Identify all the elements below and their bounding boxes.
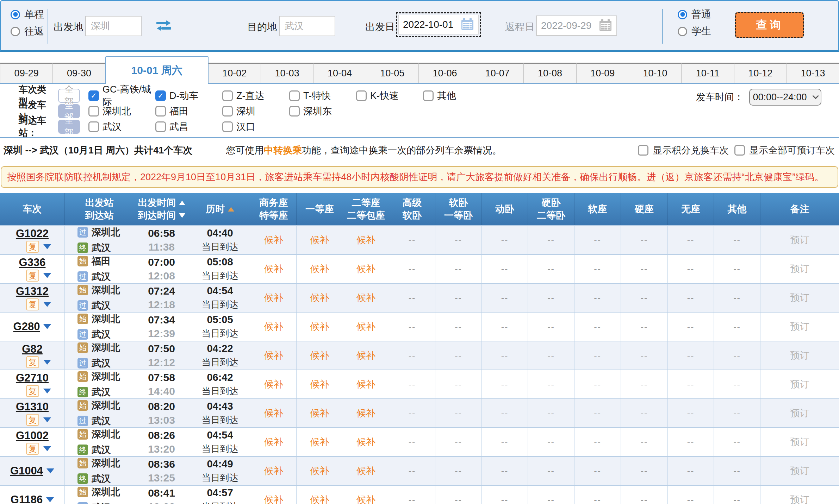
one-way-radio[interactable]: 单程 [11,8,44,21]
date-tab[interactable]: 09-30 [52,63,105,83]
expand-triangle-icon[interactable] [43,244,51,249]
waitlist-link[interactable]: 候补 [310,493,329,504]
train-number-link[interactable]: G1186 [11,493,43,504]
show-points-checkbox[interactable]: 显示积分兑换车次 [638,144,729,157]
expand-triangle-icon[interactable] [46,468,54,473]
swap-cities-icon[interactable] [156,19,172,34]
waitlist-link[interactable]: 候补 [310,349,329,362]
filter-checkbox[interactable]: T-特快 [289,89,356,102]
waitlist-link[interactable]: 候补 [356,291,375,304]
book-button[interactable]: 预订 [790,263,809,275]
train-number-link[interactable]: G1312 [16,285,49,298]
book-button[interactable]: 预订 [790,436,809,448]
waitlist-link[interactable]: 候补 [356,407,375,420]
depart-time-select[interactable]: 00:00--24:00 [749,89,821,106]
filter-checkbox[interactable]: 深圳东 [289,105,356,118]
expand-triangle-icon[interactable] [43,324,51,329]
waitlist-link[interactable]: 候补 [264,320,283,333]
waitlist-link[interactable]: 候补 [264,378,283,391]
date-tab[interactable]: 10-04 [313,63,366,83]
column-header[interactable]: 历时 [189,193,251,225]
date-tab[interactable]: 10-11 [681,63,734,83]
query-button[interactable]: 查询 [735,12,804,38]
date-tab[interactable]: 10-10 [629,63,682,83]
to-city-input[interactable] [279,16,335,36]
date-tab-active[interactable]: 10-01 周六 [105,56,209,84]
book-button[interactable]: 预订 [790,407,809,420]
book-button[interactable]: 预订 [790,291,809,304]
filter-checkbox[interactable]: 武昌 [155,120,222,133]
train-number-link[interactable]: G1002 [16,429,49,442]
transfer-link[interactable]: 中转换乘 [264,145,302,156]
waitlist-link[interactable]: 候补 [310,378,329,391]
book-button[interactable]: 预订 [790,349,809,362]
book-button[interactable]: 预订 [790,493,809,504]
date-tab[interactable]: 10-07 [471,63,524,83]
waitlist-link[interactable]: 候补 [356,436,375,448]
waitlist-link[interactable]: 候补 [264,493,283,504]
filter-checkbox[interactable]: 深圳 [222,105,289,118]
waitlist-link[interactable]: 候补 [356,493,375,504]
waitlist-link[interactable]: 候补 [264,465,283,477]
expand-triangle-icon[interactable] [43,302,51,307]
train-number-link[interactable]: G2710 [16,372,49,384]
waitlist-link[interactable]: 候补 [356,378,375,391]
date-tab[interactable]: 10-03 [261,63,313,83]
date-tab[interactable]: 09-29 [0,63,53,83]
train-number-link[interactable]: G82 [22,343,43,355]
expand-triangle-icon[interactable] [43,360,51,365]
date-tab[interactable]: 10-08 [523,63,576,83]
filter-checkbox[interactable]: ✓D-动车 [155,89,222,102]
filter-checkbox[interactable]: 汉口 [222,120,289,133]
train-number-link[interactable]: G336 [19,256,46,269]
waitlist-link[interactable]: 候补 [310,436,329,448]
column-header[interactable]: 出发时间到达时间 [134,193,189,225]
waitlist-link[interactable]: 候补 [264,234,283,246]
filter-checkbox[interactable]: 深圳北 [88,105,155,118]
expand-triangle-icon[interactable] [43,446,51,451]
date-tab[interactable]: 10-13 [787,63,839,83]
date-tab[interactable]: 10-12 [734,63,787,83]
book-button[interactable]: 预订 [790,465,809,477]
show-all-bookable-checkbox[interactable]: 显示全部可预订车次 [734,144,835,157]
filter-all-button[interactable]: 全部 [58,120,80,134]
waitlist-link[interactable]: 候补 [310,407,329,420]
expand-triangle-icon[interactable] [43,273,51,278]
from-city-input[interactable] [85,16,142,36]
train-number-link[interactable]: G1022 [16,227,49,240]
train-number-link[interactable]: G1310 [16,401,49,413]
book-button[interactable]: 预订 [790,320,809,333]
expand-triangle-icon[interactable] [43,417,51,422]
book-button[interactable]: 预订 [790,234,809,246]
normal-ticket-radio[interactable]: 普通 [678,8,711,21]
train-number-link[interactable]: G280 [13,320,40,333]
return-date-picker[interactable]: 2022-09-29 [536,15,617,36]
waitlist-link[interactable]: 候补 [310,263,329,275]
waitlist-link[interactable]: 候补 [356,349,375,362]
waitlist-link[interactable]: 候补 [310,320,329,333]
filter-checkbox[interactable]: K-快速 [356,89,423,102]
book-button[interactable]: 预订 [790,378,809,391]
waitlist-link[interactable]: 候补 [356,465,375,477]
expand-triangle-icon[interactable] [43,389,51,393]
waitlist-link[interactable]: 候补 [264,349,283,362]
waitlist-link[interactable]: 候补 [356,320,375,333]
expand-triangle-icon[interactable] [46,497,54,502]
waitlist-link[interactable]: 候补 [310,291,329,304]
round-trip-radio[interactable]: 往返 [11,25,44,38]
waitlist-link[interactable]: 候补 [264,263,283,275]
filter-checkbox[interactable]: 武汉 [88,120,155,133]
depart-date-picker[interactable]: 2022-10-01 [396,12,481,37]
waitlist-link[interactable]: 候补 [310,234,329,246]
date-tab[interactable]: 10-06 [418,63,471,83]
waitlist-link[interactable]: 候补 [264,436,283,448]
train-number-link[interactable]: G1004 [10,465,43,477]
waitlist-link[interactable]: 候补 [264,291,283,304]
waitlist-link[interactable]: 候补 [356,263,375,275]
waitlist-link[interactable]: 候补 [356,234,375,246]
waitlist-link[interactable]: 候补 [310,465,329,477]
waitlist-link[interactable]: 候补 [264,407,283,420]
filter-checkbox[interactable]: 其他 [423,89,490,102]
filter-checkbox[interactable]: Z-直达 [222,89,289,102]
student-ticket-radio[interactable]: 学生 [678,25,711,38]
